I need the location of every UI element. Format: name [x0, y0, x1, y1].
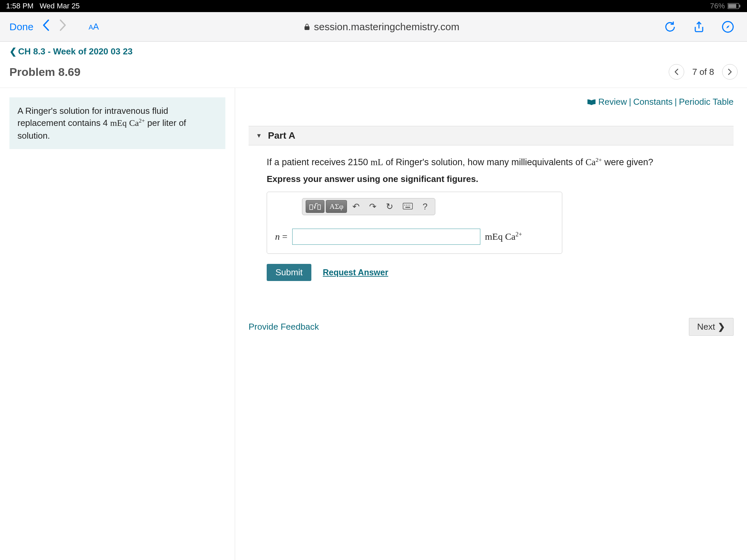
book-icon	[587, 99, 596, 105]
compass-icon[interactable]	[721, 21, 734, 33]
battery-icon	[727, 3, 741, 9]
chevron-left-icon: ❮	[9, 46, 17, 57]
pager-text: 7 of 8	[692, 67, 714, 77]
svg-rect-8	[403, 203, 412, 209]
next-button[interactable]: Next ❯	[689, 318, 733, 336]
template-tool-button[interactable]: x	[306, 200, 325, 213]
breadcrumb-label: CH 8.3 - Week of 2020 03 23	[18, 46, 133, 57]
question-instruction: Express your answer using one significan…	[267, 174, 733, 184]
part-label: Part A	[268, 130, 295, 141]
svg-point-12	[409, 205, 410, 205]
svg-point-11	[408, 205, 408, 205]
svg-rect-13	[405, 207, 410, 208]
forward-button	[58, 19, 67, 34]
reset-button[interactable]: ↻	[382, 200, 397, 213]
back-button[interactable]	[42, 19, 50, 34]
review-link[interactable]: Review	[598, 97, 627, 107]
problem-context: A Ringer's solution for intravenous flui…	[9, 97, 225, 149]
prev-problem-button[interactable]	[669, 64, 684, 80]
svg-rect-1	[728, 4, 736, 8]
chevron-right-icon: ❯	[718, 322, 725, 332]
keyboard-button[interactable]	[399, 200, 417, 213]
next-problem-button[interactable]	[722, 64, 738, 80]
text-size-button[interactable]: AA	[89, 22, 99, 32]
page-title: Problem 8.69	[9, 65, 81, 79]
svg-rect-2	[739, 5, 740, 7]
reload-icon[interactable]	[664, 21, 676, 33]
pager: 7 of 8	[669, 64, 738, 80]
redo-button[interactable]: ↷	[365, 200, 381, 213]
status-date: Wed Mar 25	[40, 2, 80, 10]
request-answer-link[interactable]: Request Answer	[323, 268, 388, 277]
svg-rect-5	[310, 205, 313, 210]
answer-input[interactable]	[292, 229, 480, 245]
battery-percent: 76%	[710, 2, 725, 10]
answer-box: x ΑΣφ ↶ ↷ ↻ ? n = mEq Ca2+	[267, 192, 562, 254]
question-text: If a patient receives 2150 mL of Ringer'…	[267, 156, 733, 169]
status-time: 1:58 PM	[6, 2, 33, 10]
variable-label: n =	[275, 231, 287, 242]
lock-icon	[303, 23, 311, 31]
status-bar: 1:58 PM Wed Mar 25 76%	[0, 0, 747, 12]
help-button[interactable]: ?	[418, 200, 432, 213]
safari-toolbar: Done AA session.masteringchemistry.com	[0, 12, 747, 42]
svg-point-9	[405, 205, 405, 205]
share-icon[interactable]	[693, 21, 705, 33]
svg-marker-4	[726, 25, 729, 29]
submit-button[interactable]: Submit	[267, 264, 311, 281]
equation-toolbar: x ΑΣφ ↶ ↷ ↻ ?	[302, 198, 435, 215]
provide-feedback-link[interactable]: Provide Feedback	[249, 322, 319, 332]
greek-tool-button[interactable]: ΑΣφ	[326, 200, 347, 213]
collapse-icon: ▼	[256, 132, 262, 139]
answer-unit: mEq Ca2+	[485, 231, 522, 242]
constants-link[interactable]: Constants	[633, 97, 672, 107]
periodic-table-link[interactable]: Periodic Table	[679, 97, 733, 107]
done-button[interactable]: Done	[9, 21, 33, 32]
part-header[interactable]: ▼ Part A	[249, 126, 733, 145]
url-text[interactable]: session.masteringchemistry.com	[314, 21, 460, 32]
undo-button[interactable]: ↶	[348, 200, 364, 213]
svg-rect-7	[318, 205, 320, 210]
svg-point-10	[406, 205, 407, 205]
breadcrumb[interactable]: ❮ CH 8.3 - Week of 2020 03 23	[0, 42, 747, 59]
